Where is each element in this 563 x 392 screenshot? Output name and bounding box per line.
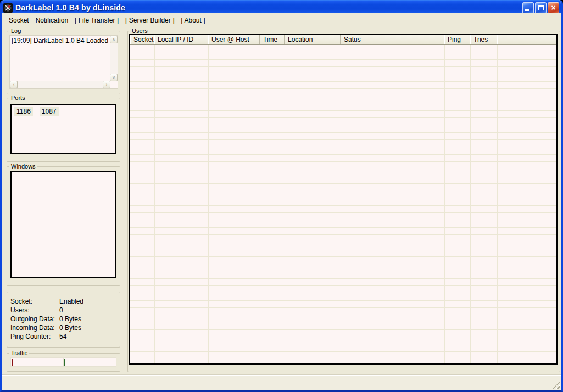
- close-icon: ×: [548, 3, 559, 13]
- windows-group-label: Windows: [9, 163, 37, 170]
- traffic-meter: [10, 357, 116, 367]
- users-column-header-ping[interactable]: Ping: [444, 35, 470, 44]
- traffic-outgoing-bar: [64, 357, 116, 367]
- table-gridline: [285, 45, 285, 363]
- traffic-outgoing-tick: [64, 359, 65, 366]
- log-lines: [19:09] DarkLabel 1.0 B4 Loaded: [10, 36, 110, 81]
- stat-row: Socket:Enabled: [10, 297, 120, 306]
- ports-listbox[interactable]: 11861087: [10, 104, 116, 154]
- stat-value: 0 Bytes: [59, 323, 120, 332]
- minimize-icon: [525, 9, 529, 11]
- users-group-label: Users: [130, 27, 149, 34]
- maximize-button[interactable]: [535, 2, 547, 14]
- stat-row: Incoming Data:0 Bytes: [10, 323, 120, 332]
- scroll-left-icon[interactable]: ‹: [10, 81, 18, 88]
- stat-label: Incoming Data:: [10, 323, 59, 332]
- table-gridline: [341, 45, 341, 363]
- log-group-label: Log: [9, 27, 23, 34]
- status-bar: [2, 374, 561, 390]
- traffic-incoming-bar: [10, 357, 64, 367]
- stat-row: Outgoing Data:0 Bytes: [10, 315, 120, 323]
- table-gridline: [260, 45, 260, 363]
- stats-panel: Socket:EnabledUsers:0Outgoing Data:0 Byt…: [7, 292, 120, 348]
- stat-row: Users:0: [10, 306, 120, 315]
- users-column-header-blank[interactable]: [497, 35, 556, 44]
- stat-value: 0: [59, 306, 120, 315]
- table-gridline: [208, 45, 209, 363]
- users-table-body: [130, 45, 556, 363]
- traffic-group-label: Traffic: [9, 350, 29, 356]
- scroll-right-icon[interactable]: ›: [103, 81, 110, 88]
- scroll-down-icon[interactable]: ∨: [110, 74, 118, 81]
- users-group: Users SocketLocal IP / IDUser @ HostTime…: [127, 27, 560, 372]
- window-controls: ×: [522, 2, 559, 14]
- maximize-icon: [538, 5, 544, 10]
- log-vertical-scrollbar[interactable]: ∧ ∨: [110, 36, 118, 81]
- table-gridline: [154, 45, 155, 363]
- minimize-button[interactable]: [522, 2, 534, 14]
- ports-group-label: Ports: [9, 94, 27, 101]
- stat-value: Enabled: [59, 297, 120, 306]
- stat-label: Outgoing Data:: [10, 315, 59, 323]
- users-column-header-location[interactable]: Location: [285, 35, 341, 44]
- menu-item-server-builder[interactable]: [ Server Builder ]: [122, 15, 177, 26]
- menu-item-notification[interactable]: Notification: [32, 15, 71, 26]
- users-table-header: SocketLocal IP / IDUser @ HostTimeLocati…: [130, 35, 556, 45]
- log-textarea[interactable]: [19:09] DarkLabel 1.0 B4 Loaded ∧ ∨ ‹ ›: [9, 35, 118, 89]
- menu-bar: SocketNotification[ File Transfer ][ Ser…: [2, 13, 561, 27]
- log-line: [19:09] DarkLabel 1.0 B4 Loaded: [12, 37, 110, 45]
- users-column-header-satus[interactable]: Satus: [341, 35, 444, 44]
- traffic-incoming-tick: [12, 359, 13, 366]
- stat-row: Ping Counter:54: [10, 332, 120, 341]
- scroll-up-icon[interactable]: ∧: [110, 36, 118, 43]
- windows-listbox[interactable]: [10, 171, 116, 278]
- log-group: Log [19:09] DarkLabel 1.0 B4 Loaded ∧ ∨ …: [7, 27, 120, 94]
- menu-item-about[interactable]: [ About ]: [177, 15, 208, 26]
- app-icon: [3, 3, 13, 13]
- users-listview: SocketLocal IP / IDUser @ HostTimeLocati…: [129, 34, 558, 365]
- menu-item-file-transfer[interactable]: [ File Transfer ]: [71, 15, 122, 26]
- app-window: DarkLabel 1.0 B4 by dLinside × SocketNot…: [0, 0, 563, 392]
- users-column-header-tries[interactable]: Tries: [470, 35, 497, 44]
- menu-item-socket[interactable]: Socket: [5, 15, 32, 26]
- table-gridline: [444, 45, 445, 363]
- users-column-header-time[interactable]: Time: [260, 35, 285, 44]
- resize-grip[interactable]: [552, 381, 560, 389]
- stat-label: Users:: [10, 306, 59, 315]
- port-item[interactable]: 1186: [14, 107, 33, 116]
- stat-label: Ping Counter:: [10, 332, 59, 341]
- close-button[interactable]: ×: [548, 2, 559, 14]
- window-title: DarkLabel 1.0 B4 by dLinside: [15, 3, 125, 12]
- windows-group: Windows: [7, 163, 120, 286]
- users-column-header-socket[interactable]: Socket: [130, 35, 154, 44]
- users-column-header-local-ip-id[interactable]: Local IP / ID: [154, 35, 208, 44]
- log-horizontal-scrollbar[interactable]: ‹ ›: [10, 81, 110, 88]
- port-item[interactable]: 1087: [40, 107, 59, 116]
- stat-value: 0 Bytes: [59, 315, 120, 323]
- stat-label: Socket:: [10, 297, 59, 306]
- traffic-group: Traffic: [7, 350, 120, 372]
- table-gridline: [470, 45, 471, 363]
- table-gridline: [497, 45, 498, 363]
- users-column-header-user-host[interactable]: User @ Host: [208, 35, 260, 44]
- ports-group: Ports 11861087: [7, 94, 120, 162]
- stat-value: 54: [59, 332, 120, 341]
